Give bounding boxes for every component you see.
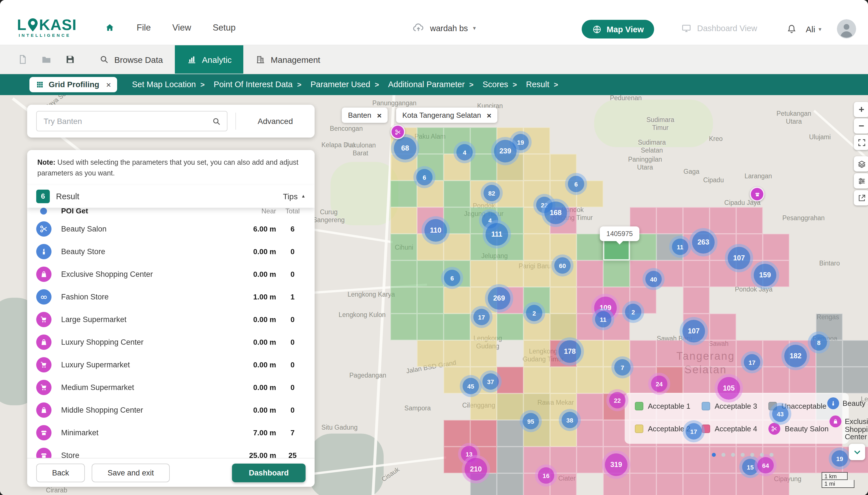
grid-cell[interactable]	[550, 287, 577, 313]
grid-cell[interactable]	[577, 393, 603, 420]
grid-cell[interactable]	[497, 473, 523, 495]
grid-cell[interactable]	[683, 367, 710, 393]
poi-row[interactable]: Medium Supermarket0.00 m0	[27, 376, 315, 399]
grid-cell[interactable]	[497, 420, 523, 447]
tips-toggle[interactable]: Tips ▲	[283, 192, 306, 201]
breadcrumb-item[interactable]: Scores	[483, 80, 508, 89]
grid-cell[interactable]	[577, 420, 603, 447]
map-view-button[interactable]: Map View	[582, 20, 654, 38]
tab-analytic[interactable]: Analytic	[175, 45, 244, 73]
grid-cell[interactable]	[603, 260, 630, 287]
poi-row[interactable]: Luxury Supermarket0.00 m0	[27, 354, 315, 376]
grid-cell[interactable]	[550, 313, 577, 340]
grid-cell[interactable]	[444, 287, 470, 313]
search-input[interactable]	[42, 116, 212, 126]
map-marker[interactable]: 178	[558, 340, 581, 363]
dashboard-button[interactable]: Dashboard	[232, 463, 306, 482]
poi-row[interactable]: Beauty Store0.00 m0	[27, 240, 315, 263]
tab-management[interactable]: Management	[244, 45, 332, 73]
grid-cell[interactable]	[550, 234, 577, 260]
pagination-dot[interactable]	[760, 453, 764, 457]
grid-cell[interactable]	[816, 367, 843, 393]
grid-cell[interactable]	[577, 367, 603, 393]
map-marker[interactable]: 6	[416, 169, 433, 185]
map-marker[interactable]: 4	[456, 144, 473, 160]
grid-cell[interactable]	[390, 287, 417, 313]
grid-cell[interactable]	[577, 260, 603, 287]
zoom-out-button[interactable]: −	[854, 118, 868, 134]
grid-cell[interactable]	[656, 473, 683, 495]
grid-cell[interactable]	[710, 340, 736, 367]
grid-cell[interactable]	[683, 287, 710, 313]
grid-cell[interactable]	[470, 340, 497, 367]
grid-cell[interactable]	[523, 367, 550, 393]
grid-cell[interactable]	[683, 207, 710, 234]
map-marker[interactable]: 8	[811, 334, 827, 351]
map-marker[interactable]: 105	[717, 377, 740, 399]
grid-cell[interactable]	[523, 234, 550, 260]
breadcrumb-item[interactable]: Set Map Location	[132, 80, 196, 89]
grid-cell[interactable]	[683, 447, 710, 473]
grid-cell[interactable]	[523, 154, 550, 181]
grid-cell[interactable]	[577, 234, 603, 260]
map-marker[interactable]: 22	[609, 392, 626, 408]
grid-cell[interactable]	[736, 207, 763, 234]
map-marker[interactable]: 111	[486, 223, 508, 246]
search-input-box[interactable]	[36, 111, 227, 131]
grid-cell[interactable]	[736, 367, 763, 393]
map-marker[interactable]: 168	[544, 202, 567, 224]
poi-row[interactable]: Minimarket7.00 m7	[27, 422, 315, 444]
grid-cell[interactable]	[656, 340, 683, 367]
grid-cell[interactable]	[470, 154, 497, 181]
grid-cell[interactable]	[444, 313, 470, 340]
grid-cell[interactable]	[523, 340, 550, 367]
home-icon[interactable]	[104, 22, 115, 33]
grid-cell[interactable]	[763, 473, 789, 495]
poi-scissors-marker[interactable]	[390, 124, 405, 139]
poi-row[interactable]: Middle Shopping Center0.00 m0	[27, 399, 315, 422]
grid-cell[interactable]	[763, 367, 789, 393]
poi-row[interactable]: Large Supermarket0.00 m0	[27, 308, 315, 331]
grid-cell[interactable]	[390, 260, 417, 287]
pagination-dot[interactable]	[769, 453, 774, 457]
grid-cell[interactable]	[523, 260, 550, 287]
poi-list[interactable]: POI Get Near Total Beauty Salon6.00 m6Be…	[27, 207, 315, 458]
close-icon[interactable]: ×	[377, 110, 381, 120]
grid-cell[interactable]	[683, 473, 710, 495]
map-marker[interactable]: 68	[394, 137, 416, 160]
poi-row[interactable]: Beauty Salon6.00 m6	[27, 218, 315, 240]
map-marker[interactable]: 263	[692, 231, 715, 254]
map-marker[interactable]: 2	[625, 304, 641, 320]
map-marker[interactable]: 6	[568, 176, 584, 192]
map-marker[interactable]: 6	[444, 270, 460, 286]
pagination-dot[interactable]	[741, 453, 745, 457]
save-icon[interactable]	[65, 54, 76, 65]
map-marker[interactable]: 210	[465, 458, 487, 481]
map-marker[interactable]: 239	[494, 140, 517, 163]
advanced-search-link[interactable]: Advanced	[236, 117, 315, 126]
pagination-dot[interactable]	[712, 453, 716, 457]
export-map-button[interactable]	[854, 190, 868, 205]
map-marker[interactable]: 16	[538, 467, 554, 484]
map-marker[interactable]: 159	[754, 264, 776, 286]
breadcrumb-item[interactable]: Parameter Used	[310, 80, 370, 89]
grid-cell[interactable]	[417, 340, 444, 367]
grid-cell[interactable]	[683, 340, 710, 367]
map-marker[interactable]: 107	[682, 320, 705, 342]
grid-cell[interactable]	[656, 207, 683, 234]
map-marker[interactable]: 182	[784, 345, 807, 368]
breadcrumb-item[interactable]: Additional Parameter	[388, 80, 465, 89]
map-marker[interactable]: 15	[742, 459, 759, 475]
map-settings-button[interactable]	[854, 173, 868, 188]
map-marker[interactable]: 19	[832, 450, 848, 467]
map-marker[interactable]: 2	[526, 305, 542, 321]
map-marker[interactable]: 60	[554, 257, 571, 274]
poi-store-marker[interactable]	[750, 187, 764, 202]
grid-cell[interactable]	[390, 181, 417, 207]
search-icon[interactable]	[212, 116, 221, 126]
legend-collapse-button[interactable]	[849, 444, 865, 460]
grid-cell[interactable]	[710, 473, 736, 495]
grid-cell[interactable]	[550, 367, 577, 393]
map-marker[interactable]: 11	[595, 311, 611, 327]
grid-cell[interactable]	[497, 447, 523, 473]
